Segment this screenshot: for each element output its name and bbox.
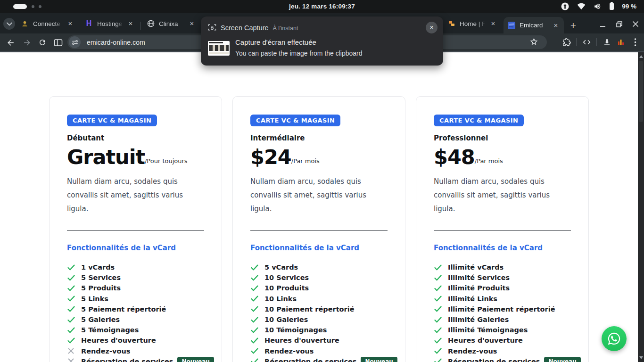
check-icon [67, 337, 75, 344]
hostinger-favicon-icon: H [85, 20, 93, 28]
cross-icon [67, 348, 75, 354]
price-row: Gratuit /Pour toujours [67, 147, 204, 167]
feature-row: 5 Services [67, 272, 204, 283]
split-view-icon[interactable] [53, 37, 63, 48]
price-row: $48 /Par mois [434, 147, 571, 167]
reload-icon[interactable] [37, 37, 48, 48]
downloads-icon[interactable] [600, 35, 614, 49]
tab-close-icon[interactable]: × [489, 19, 497, 28]
check-icon [67, 317, 75, 323]
extensions-icon[interactable] [559, 35, 573, 49]
feature-row: 5 Témoignages [67, 325, 204, 335]
tab-close-icon[interactable]: × [126, 19, 135, 28]
tab-close-icon[interactable]: × [188, 19, 196, 28]
pricing-card: CARTE VC & MAGASIN Professionnel $48 /Pa… [416, 96, 589, 362]
bookmark-star-icon[interactable] [529, 37, 538, 48]
feature-text: 10 Produits [264, 284, 309, 292]
feature-row: Illimité vCards [434, 262, 571, 272]
plan-description: Nullam diam arcu, sodales quis convallis… [434, 175, 572, 216]
check-icon [250, 358, 258, 362]
tab-connecte[interactable]: Connecte × [17, 16, 78, 32]
feature-text: 10 Galeries [264, 316, 308, 323]
feature-text: Illimité Paiement répertorié [448, 305, 555, 313]
browser-menu-icon[interactable] [628, 35, 642, 49]
capture-thumbnail [208, 41, 230, 56]
tab-close-icon[interactable]: × [66, 19, 74, 28]
tab-clinixa[interactable]: Clinixa × [143, 16, 200, 32]
forward-icon[interactable] [22, 37, 32, 48]
new-tab-button[interactable]: + [567, 20, 579, 32]
screen-capture-notification[interactable]: Screen Capture À l'instant × Capture d'é… [201, 16, 443, 66]
scroll-down-icon[interactable] [639, 356, 643, 359]
notification-message: You can paste the image from the clipboa… [235, 49, 363, 57]
page-content: CARTE VC & MAGASIN Débutant Gratuit /Pou… [0, 52, 638, 362]
screen: jeu. 12 mars 16:09:37 99 % Connecte × [0, 0, 644, 362]
orange-extension-icon[interactable] [614, 35, 628, 49]
feature-text: Heures d'ouverture [264, 337, 339, 344]
plan-category-badge: CARTE VC & MAGASIN [67, 115, 157, 126]
tab-search-button[interactable] [3, 18, 15, 30]
feature-text: Illimité Galeries [448, 316, 509, 323]
check-icon [250, 264, 258, 271]
tab-home[interactable]: Home | F × [444, 16, 501, 32]
tab-divider [140, 22, 141, 30]
site-settings-icon[interactable] [69, 36, 81, 48]
check-icon [67, 275, 75, 281]
notification-app-name: Screen Capture [221, 24, 269, 32]
check-icon [250, 275, 258, 281]
feature-text: Illimité Links [448, 295, 497, 303]
feature-row: 5 Links [67, 294, 204, 304]
feature-row: 10 Services [250, 272, 388, 283]
tab-hostinger[interactable]: H Hostinge × [81, 16, 139, 32]
minimize-button[interactable] [599, 20, 606, 28]
check-icon [434, 275, 442, 281]
tab-label: Connecte [33, 20, 63, 27]
scrollbar-thumb[interactable] [639, 61, 643, 122]
plan-price: Gratuit [67, 147, 145, 167]
check-icon [434, 306, 442, 312]
notification-close-icon[interactable]: × [426, 22, 438, 33]
feature-text: 10 Links [264, 295, 297, 303]
feature-row: Heures d'ouverture [250, 335, 388, 346]
globe-favicon-icon [147, 20, 155, 28]
tab-divider [79, 22, 79, 30]
feature-row: 1 vCards [67, 262, 204, 272]
feature-row: 5 Produits [67, 283, 204, 293]
url-text[interactable]: emicard-online.com [87, 39, 145, 46]
pricing-cards: CARTE VC & MAGASIN Débutant Gratuit /Pou… [49, 96, 589, 362]
system-tray[interactable]: 99 % [561, 0, 636, 13]
feature-row: Illimité Produits [434, 283, 571, 293]
check-icon [434, 348, 442, 354]
features-title: Fonctionnalités de la vCard [67, 244, 204, 252]
battery-icon[interactable] [610, 3, 614, 10]
tab-emicard-active[interactable]: Emicard × [504, 17, 564, 33]
notification-header: Screen Capture À l'instant [208, 23, 298, 32]
check-icon [434, 264, 442, 271]
wifi-icon[interactable] [577, 3, 586, 10]
feature-text: Rendez-vous [81, 347, 130, 355]
back-icon[interactable] [5, 37, 16, 48]
tab-close-icon[interactable]: × [552, 21, 560, 30]
feature-row: Rendez-vous [434, 346, 571, 356]
restore-button[interactable] [615, 20, 623, 28]
emicard-favicon-icon [507, 21, 515, 29]
feature-text: Illimité Services [448, 274, 510, 281]
feature-row: 10 Témoignages [250, 325, 388, 335]
screen-capture-icon [208, 24, 216, 33]
feature-text: Illimité Témoignages [448, 326, 528, 334]
window-close-button[interactable] [632, 20, 639, 28]
feature-text: 5 Témoignages [81, 326, 139, 334]
scroll-up-icon[interactable] [639, 55, 643, 58]
pricing-card: CARTE VC & MAGASIN Débutant Gratuit /Pou… [49, 96, 222, 362]
feature-text: 10 Services [264, 274, 309, 281]
volume-icon[interactable] [594, 2, 602, 10]
features-title: Fonctionnalités de la vCard [434, 244, 571, 252]
card-divider [434, 230, 571, 231]
feature-row: Réservation de services Nouveau [250, 356, 388, 362]
feature-text: Illimité vCards [448, 263, 504, 271]
code-extension-icon[interactable] [579, 35, 594, 49]
update-icon[interactable] [561, 2, 569, 10]
scrollbar[interactable] [638, 52, 644, 362]
whatsapp-button[interactable] [602, 326, 627, 351]
plan-name: Intermédiaire [250, 134, 388, 142]
